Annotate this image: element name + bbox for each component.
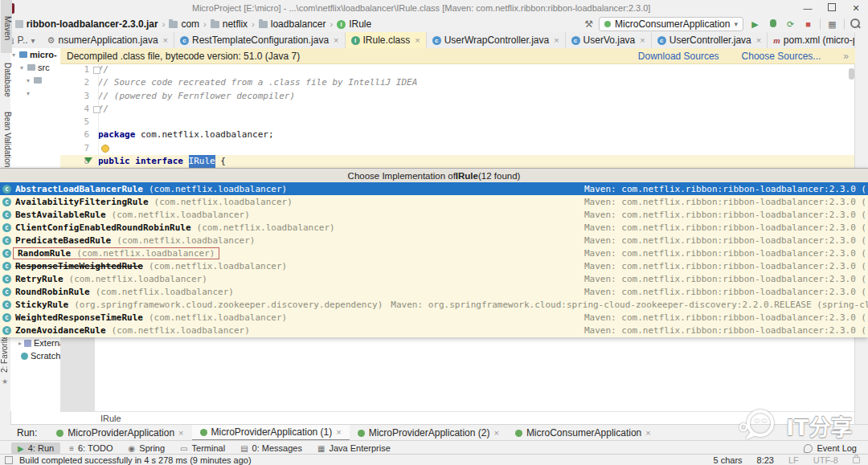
implementation-row[interactable]: c PredicateBasedRule (com.netflix.loadba… [0,234,868,247]
toolwindow-bean-validation-button[interactable]: Bean Validation [1,109,12,170]
search-icon[interactable] [850,18,860,31]
close-tab-icon[interactable]: × [554,35,559,45]
tree-item[interactable]: ▾ micro- [10,48,60,61]
run-config-selector[interactable]: MicroConsumerApplication ▾ [599,17,743,31]
editor-tab[interactable]: c RestTemplateConfiguration.java × [174,32,346,48]
editor-tab[interactable]: c UserVo.java × [566,32,652,48]
close-tab-icon[interactable]: × [645,428,650,438]
layout-grid-icon[interactable]: ▦ [826,19,838,30]
close-tab-icon[interactable]: × [640,35,645,45]
breadcrumb-item[interactable]: › ribbon-loadbalancer-2.3.0.jar [4,18,158,30]
code-comment: // Source code recreated from a .class f… [98,76,417,89]
caret-position[interactable]: 8:23 [757,455,774,465]
breadcrumb-item[interactable]: › loadbalancer [248,18,326,30]
run-tab[interactable]: MicroProviderApplication × [48,425,191,441]
close-tab-icon[interactable]: × [756,35,761,45]
coverage-icon[interactable]: ⟳ [784,19,796,30]
implementation-row[interactable]: c RandomRule (com.netflix.loadbalancer) … [0,247,868,259]
tree-item[interactable]: ▾ src [10,61,60,74]
structure-bar-label[interactable]: IRule [100,414,121,423]
toolwindow-button[interactable]: ▭ Terminal [174,443,231,454]
close-tab-icon[interactable]: × [336,427,341,437]
impl-package: (com.netflix.loadbalancer) [117,235,255,246]
toolwindow-button[interactable]: ≡ 6: TODO [63,443,119,454]
implementation-row[interactable]: c StickyRule (org.springframework.cloud.… [0,299,868,312]
breadcrumb-label: ribbon-loadbalancer-2.3.0.jar [27,18,158,30]
breadcrumb-item[interactable]: › IRule [326,18,371,30]
toolwindow-icon: ▤ [240,444,248,453]
code-text: com.netflix.loadbalancer; [135,128,273,141]
implementation-row[interactable]: c ResponseTimeWeightedRule (com.netflix.… [0,259,868,272]
implementation-row[interactable]: c BestAvailableRule (com.netflix.loadbal… [0,208,868,221]
fold-marker-icon[interactable] [93,106,100,113]
close-tab-icon[interactable]: × [493,428,498,438]
editor-tab[interactable]: c UserWrapController.java × [427,32,566,48]
toolwindow-button[interactable]: ▶ 4: Run [11,443,60,454]
breadcrumb-file-icon [337,20,346,29]
close-tab-icon[interactable]: × [334,35,338,45]
tree-item[interactable]: Scratch [10,349,60,362]
toolwindow-button[interactable]: ▤ 0: Messages [234,443,309,454]
title-bar: IJ MicroProject [E:\micro] - ...\com\net… [0,0,868,17]
implementation-list: c AbstractLoadBalancerRule (com.netflix.… [0,182,868,337]
editor-tab[interactable]: c UserController.java × [652,32,768,48]
build-hammer-icon[interactable]: ⚒ [584,18,593,30]
download-sources-link[interactable]: Download Sources [638,51,719,62]
implementation-row[interactable]: c AbstractLoadBalancerRule (com.netflix.… [0,182,868,195]
close-window-icon[interactable]: ✕ [844,0,868,16]
class-icon: c [2,313,11,322]
close-tab-icon[interactable]: × [415,35,420,45]
run-button-icon[interactable]: ▶ [749,19,761,30]
toolwindow-icon: ≡ [69,444,74,453]
editor-tab-bar: ▤ P.. ▾ ⚙ nsumerApplication.java × c Res… [0,32,855,49]
run-tab[interactable]: MicroConsumerApplication × [507,425,659,441]
implementation-row[interactable]: c ZoneAvoidanceRule (com.netflix.loadbal… [0,324,868,337]
implementation-row[interactable]: c WeightedResponseTimeRule (com.netflix.… [0,312,868,324]
project-widget-label: P.. [17,35,27,46]
implementation-row[interactable]: c RoundRobinRule (com.netflix.loadbalanc… [0,286,868,299]
toolwindow-button[interactable]: ▦ Java Enterprise [311,443,397,454]
close-tab-icon[interactable]: × [163,35,168,45]
impl-class-name: AbstractLoadBalancerRule [15,184,143,194]
tree-item[interactable]: ▾ [10,74,60,87]
debug-bug-icon[interactable] [767,19,779,29]
favorites-star-icon[interactable]: ★ [2,377,8,385]
overflow-icon[interactable]: » [843,51,849,62]
tree-chevron-icon: ▾ [25,77,31,84]
implementation-row[interactable]: c AvailabilityFilteringRule (com.netflix… [0,195,868,208]
tree-item[interactable]: ▾ [10,87,60,100]
implementation-row[interactable]: c RetryRule (com.netflix.loadbalancer) M… [0,273,868,286]
toolwindow-button[interactable]: ◉ Spring [122,443,172,454]
file-type-icon: c [571,36,580,45]
maximize-icon[interactable] [820,0,844,16]
choose-sources-link[interactable]: Choose Sources... [742,51,821,62]
tree-item[interactable]: ▸ Externa [10,337,60,349]
impl-name-wrap: WeightedResponseTimeRule (com.netflix.lo… [15,312,287,323]
line-separator-indicator[interactable]: LF [788,455,799,465]
close-tab-icon[interactable]: × [178,428,183,438]
intention-bulb-icon[interactable] [101,145,109,153]
fold-marker-icon[interactable] [93,67,100,74]
event-log-button[interactable]: Event Log [804,443,857,453]
breadcrumb-separator-icon: › [162,19,166,29]
run-tab[interactable]: MicroProviderApplication (1) × [192,425,350,441]
editor-scrollbar[interactable] [849,68,854,80]
impl-class-name: WeightedResponseTimeRule [15,312,143,323]
toolwindow-database-button[interactable]: Database [1,56,12,103]
breadcrumb-item[interactable]: › netflix [199,18,248,30]
minimize-icon[interactable]: — [796,0,820,16]
editor-tab[interactable]: I IRule.class × [346,32,427,48]
run-tab[interactable]: MicroProviderApplication (2) × [350,425,507,441]
editor-tab[interactable]: ⚙ nsumerApplication.java × [42,32,174,48]
toolwindow-maven-button[interactable]: Maven [1,0,12,53]
stop-icon[interactable]: ■ [802,19,814,29]
encoding-indicator[interactable]: UTF-8 [813,455,838,465]
readonly-lock-icon[interactable] [853,457,860,463]
breadcrumb-item[interactable]: › com [158,18,199,30]
status-window-icon[interactable] [5,456,13,464]
editor-tab[interactable]: m pom.xml (micro-provider) × [768,32,855,48]
popup-title-symbol: IRule [456,171,478,181]
implementations-gutter-icon[interactable] [84,157,92,163]
implementation-row[interactable]: c ClientConfigEnabledRoundRobinRule (com… [0,221,868,234]
code-comment: // (powered by Fernflower decompiler) [98,90,295,103]
